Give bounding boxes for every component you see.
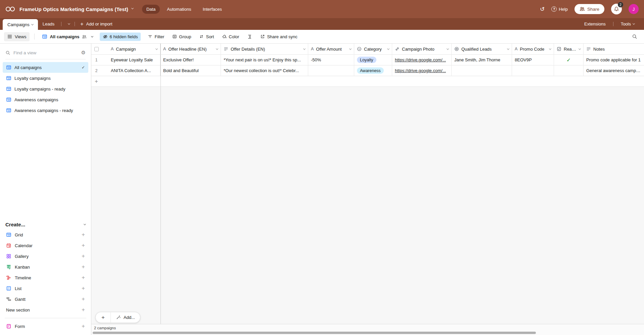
- plus-icon[interactable]: +: [82, 253, 85, 260]
- add-row[interactable]: +: [91, 76, 644, 87]
- category-pill[interactable]: Awareness: [357, 67, 384, 74]
- view-item-loyalty-campaigns[interactable]: Loyalty campaigns: [3, 73, 88, 83]
- frozen-column-divider[interactable]: [160, 44, 161, 335]
- create-section-header[interactable]: Create...: [5, 222, 86, 227]
- ai-add-button[interactable]: Add...: [110, 312, 140, 323]
- tools-button[interactable]: Tools: [617, 21, 638, 26]
- group-button[interactable]: Group: [169, 33, 194, 41]
- select-all-checkbox[interactable]: [94, 47, 99, 51]
- table-row[interactable]: 1 Eyewear Loyalty Sale Exclusive Offer! …: [91, 55, 644, 65]
- view-item-loyalty-campaigns-ready[interactable]: Loyalty campaigns - ready: [3, 83, 88, 94]
- column-header-campaign[interactable]: A Campaign: [101, 44, 160, 54]
- create-new-section[interactable]: New section +: [3, 304, 88, 315]
- cell-campaign-photo-link[interactable]: https://drive.google.com/...: [395, 57, 446, 62]
- horizontal-scrollbar[interactable]: [93, 332, 536, 334]
- plus-icon[interactable]: +: [82, 285, 85, 292]
- plus-icon[interactable]: +: [82, 296, 85, 302]
- chevron-down-icon[interactable]: [155, 47, 158, 50]
- extensions-button[interactable]: Extensions: [581, 21, 609, 26]
- create-grid[interactable]: Grid +: [3, 229, 88, 240]
- add-row-plus-icon[interactable]: +: [91, 78, 101, 85]
- current-view-switcher[interactable]: All campaigns: [39, 32, 95, 41]
- views-sidebar-toggle[interactable]: Views: [4, 32, 30, 41]
- cell-offer-headline[interactable]: Bold and Beautiful: [163, 68, 199, 73]
- plus-icon[interactable]: +: [82, 306, 85, 313]
- cell-notes[interactable]: General awareness campaig: [586, 68, 641, 73]
- avatar[interactable]: J: [629, 4, 639, 14]
- chevron-down-icon[interactable]: [549, 47, 551, 50]
- ready-check-icon[interactable]: ✓: [566, 57, 571, 63]
- view-item-awareness-campaigns-ready[interactable]: Awareness campaigns - ready: [3, 105, 88, 116]
- plus-icon[interactable]: +: [82, 231, 85, 238]
- add-or-import-button[interactable]: + Add or import: [77, 18, 116, 30]
- help-button[interactable]: ? Help: [551, 6, 568, 12]
- cell-promo-code[interactable]: 8EOV9P: [515, 57, 532, 62]
- cell-campaign[interactable]: Eyewear Loyalty Sale: [111, 57, 153, 62]
- column-header-offer-details[interactable]: Offer Details (EN): [221, 44, 308, 54]
- column-header-category[interactable]: Category: [354, 44, 392, 54]
- nav-tab-automations[interactable]: Automations: [163, 5, 195, 14]
- find-view-input[interactable]: [13, 50, 78, 55]
- cell-campaign-photo-link[interactable]: https://drive.google.com/...: [395, 68, 446, 73]
- create-form[interactable]: Form +: [3, 321, 88, 332]
- chevron-down-icon[interactable]: [216, 47, 218, 50]
- create-calendar[interactable]: Calendar +: [3, 240, 88, 251]
- create-kanban[interactable]: Kanban +: [3, 262, 88, 272]
- cell-offer-headline[interactable]: Exclusive Offer!: [163, 57, 194, 62]
- create-gantt[interactable]: Gantt +: [3, 294, 88, 304]
- view-item-awareness-campaigns[interactable]: Awareness campaigns: [3, 94, 88, 105]
- plus-icon[interactable]: +: [82, 242, 85, 249]
- chevron-down-icon[interactable]: [579, 47, 581, 50]
- column-header-offer-headline[interactable]: A Offer Headline (EN): [160, 44, 221, 54]
- base-title-chevron-icon[interactable]: [131, 7, 134, 9]
- notifications-button[interactable]: 2: [611, 4, 622, 14]
- chevron-down-icon[interactable]: [349, 47, 352, 50]
- column-header-campaign-photo[interactable]: Campaign Photo: [392, 44, 452, 54]
- table-row[interactable]: 2 ANITA Collection A... Bold and Beautif…: [91, 65, 644, 76]
- app-logo-glasses-icon[interactable]: [5, 6, 15, 12]
- share-and-sync-button[interactable]: Share and sync: [257, 33, 300, 41]
- base-title[interactable]: FrameUp Optics Marketing Campaigns (Test…: [19, 6, 128, 12]
- plus-icon[interactable]: +: [82, 274, 85, 281]
- column-header-notes[interactable]: Notes: [584, 44, 644, 54]
- chevron-down-icon[interactable]: [447, 47, 449, 50]
- nav-tab-interfaces[interactable]: Interfaces: [198, 5, 226, 14]
- column-header-promo-code[interactable]: A Promo Code: [512, 44, 554, 54]
- filter-button[interactable]: Filter: [145, 33, 167, 41]
- category-pill[interactable]: Loyalty: [357, 57, 376, 63]
- add-record-button[interactable]: +: [96, 312, 110, 323]
- table-tab-campaigns[interactable]: Campaigns: [3, 19, 38, 30]
- row-height-button[interactable]: [244, 33, 255, 41]
- cell-offer-details[interactable]: *Your next pair is on us!* Enjoy this sp…: [224, 57, 301, 62]
- column-header-qualified-leads[interactable]: Qualified Leads: [452, 44, 512, 54]
- create-gallery[interactable]: Gallery +: [3, 251, 88, 262]
- chevron-down-icon[interactable]: [387, 47, 389, 50]
- hidden-fields-button[interactable]: 6 hidden fields: [100, 33, 141, 41]
- color-button[interactable]: Color: [219, 33, 242, 41]
- plus-icon[interactable]: +: [82, 264, 85, 270]
- nav-tab-data[interactable]: Data: [142, 5, 160, 14]
- column-header-ready[interactable]: Ready?: [554, 44, 584, 54]
- sort-button[interactable]: Sort: [196, 33, 217, 41]
- cell-offer-amount[interactable]: -50%: [311, 57, 321, 62]
- chevron-down-icon[interactable]: [507, 47, 509, 50]
- table-tab-leads[interactable]: Leads: [38, 18, 59, 30]
- search-button[interactable]: [629, 33, 640, 41]
- share-button[interactable]: Share: [574, 4, 604, 14]
- cell-offer-details[interactable]: *Our newest collection is out!* Celebr..…: [224, 68, 299, 73]
- checkbox-field-icon: [557, 47, 561, 51]
- table-tab-chevron-icon[interactable]: [31, 23, 34, 25]
- column-header-offer-amount[interactable]: A Offer Amount: [308, 44, 354, 54]
- view-item-all-campaigns[interactable]: All campaigns ✓: [3, 62, 88, 73]
- cell-campaign[interactable]: ANITA Collection A...: [111, 68, 151, 73]
- cell-notes[interactable]: Promo code applicable for 1: [586, 57, 641, 62]
- create-list[interactable]: List +: [3, 283, 88, 294]
- create-timeline[interactable]: Timeline +: [3, 272, 88, 283]
- plus-icon[interactable]: +: [82, 323, 85, 330]
- table-list-dropdown[interactable]: [63, 18, 73, 30]
- history-icon[interactable]: ↺: [540, 6, 545, 12]
- text-field-icon: A: [111, 47, 113, 51]
- view-settings-gear-icon[interactable]: ⚙: [81, 50, 86, 56]
- cell-qualified-leads[interactable]: Jane Smith, Jim Thorne: [454, 57, 500, 62]
- chevron-down-icon[interactable]: [303, 47, 306, 50]
